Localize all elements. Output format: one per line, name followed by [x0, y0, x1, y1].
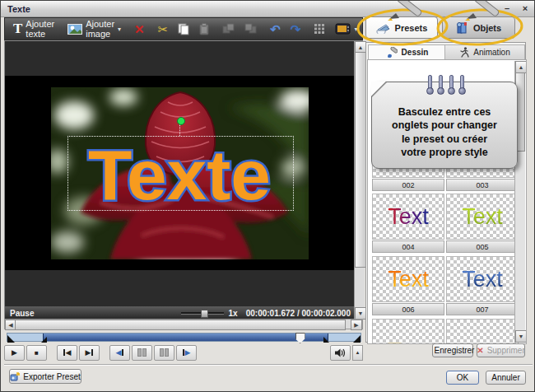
send-backward-icon — [244, 23, 257, 35]
cancel-button[interactable]: Annuler — [486, 371, 526, 385]
delete-object-button[interactable]: ✕ — [131, 20, 148, 38]
image-icon — [67, 24, 82, 35]
goto-trim-end-button[interactable]: ▶ — [176, 345, 197, 361]
tab-presets[interactable]: Presets — [365, 16, 438, 39]
display-mode-dropdown-icon[interactable]: ▾ — [354, 26, 357, 33]
add-image-dropdown-icon[interactable]: ▾ — [118, 26, 121, 33]
stop-button[interactable]: ■ — [26, 345, 47, 361]
undo-icon: ↶ — [270, 23, 281, 35]
monitor-icon — [335, 23, 351, 35]
preset-scroll-down-button[interactable]: ▼ — [515, 330, 527, 343]
title-bar[interactable]: Texte – × — [1, 1, 535, 17]
preview-area: Texte Pause 1x 00:00:01.672 / 00:00:02.0… — [4, 40, 363, 319]
ok-button[interactable]: OK — [446, 371, 479, 385]
preset-number: 002 — [372, 179, 444, 191]
undo-button[interactable]: ↶ — [267, 20, 284, 38]
redo-button[interactable]: ↷ — [287, 20, 305, 38]
bring-forward-icon — [222, 23, 235, 35]
ok-label: OK — [457, 373, 468, 382]
tab-animation[interactable]: Animation — [444, 44, 525, 60]
paste-button[interactable] — [196, 20, 212, 38]
spiral-pins — [426, 75, 464, 95]
rotate-handle[interactable] — [177, 117, 185, 125]
add-text-label: Ajouter texte — [26, 19, 54, 39]
tab-presets-label: Presets — [395, 23, 428, 33]
bring-forward-button[interactable] — [219, 20, 238, 38]
volume-button[interactable] — [330, 345, 351, 361]
preset-item[interactable]: Text 005 — [446, 194, 517, 253]
trim-start-marker[interactable] — [41, 337, 47, 343]
scroll-right-button[interactable]: ▶ — [351, 320, 362, 330]
footer-divider — [4, 364, 533, 366]
preview-text-object[interactable]: Texte — [67, 132, 292, 214]
play-button[interactable]: ▶ — [4, 345, 25, 361]
preset-item[interactable]: Text — [446, 319, 517, 344]
trim-end-marker[interactable] — [323, 337, 329, 343]
running-man-icon — [459, 47, 469, 58]
timeline-left-end-marker — [7, 335, 15, 343]
preview-hscrollbar[interactable]: ◀ ▶ — [4, 319, 363, 329]
export-icon — [10, 371, 20, 381]
preset-list[interactable]: Text 002 Text 003 Text 004 Text 005 Text… — [367, 59, 527, 344]
volume-expand-button[interactable]: ▲ — [352, 345, 363, 361]
toolbar: T Ajouter texte Ajouter image ▾ ✕ ✂ — [4, 17, 363, 40]
tab-objets[interactable]: Objets — [442, 16, 515, 39]
grid-toggle-button[interactable] — [310, 20, 328, 38]
tab-animation-label: Animation — [473, 48, 509, 57]
speed-slider-thumb[interactable] — [201, 310, 208, 318]
preset-item[interactable]: Text 007 — [446, 256, 517, 315]
previous-frame-button[interactable]: ◀ — [57, 345, 77, 361]
preview-margin-bottom — [5, 270, 354, 306]
copy-button[interactable] — [174, 20, 193, 38]
preset-scroll-up-button[interactable]: ▲ — [515, 61, 527, 73]
preview-viewport[interactable]: Texte Pause 1x 00:00:01.672 / 00:00:02.0… — [5, 41, 354, 320]
preview-vscrollbar[interactable]: ▲ ▼ — [354, 41, 365, 320]
vscrollbar-thumb[interactable] — [355, 52, 366, 268]
set-trim-end-button[interactable] — [154, 345, 174, 361]
display-mode-button[interactable]: ▾ — [332, 20, 361, 38]
add-image-label: Ajouter image — [86, 19, 114, 39]
delete-preset-button[interactable]: ✕ Supprimer — [477, 343, 525, 357]
hscrollbar-thumb[interactable] — [15, 320, 346, 330]
preset-number: 007 — [446, 303, 519, 315]
tab-dessin[interactable]: Dessin — [368, 44, 446, 60]
goto-trim-start-button[interactable]: ◀ — [109, 345, 130, 361]
save-preset-button[interactable]: Enregistrer — [432, 343, 473, 357]
close-button[interactable]: × — [519, 2, 531, 15]
preset-item[interactable]: Text 006 — [372, 256, 443, 315]
speed-label: 1x — [229, 309, 238, 318]
export-preset-button[interactable]: Exporter Preset — [9, 369, 81, 384]
preset-number: 006 — [372, 303, 444, 315]
next-frame-button[interactable]: ▶ — [79, 345, 100, 361]
cut-button[interactable]: ✂ — [155, 20, 172, 38]
tooltip-note: Basculez entre ces onglets pour changer … — [371, 82, 518, 169]
time-display: 00:00:01.672 / 00:00:02.000 — [246, 309, 354, 318]
redo-icon: ↷ — [291, 23, 301, 35]
send-backward-button[interactable] — [241, 20, 260, 38]
playhead-cursor[interactable] — [295, 333, 305, 343]
tab-dessin-label: Dessin — [402, 48, 429, 57]
add-image-button[interactable]: Ajouter image ▾ — [64, 20, 124, 38]
preview-text: Texte — [88, 135, 271, 214]
preset-item[interactable]: Text — [372, 319, 443, 344]
add-text-button[interactable]: T Ajouter texte — [10, 20, 58, 38]
texte-dialog: Texte – × T Ajouter texte Ajouter image … — [0, 0, 535, 392]
speed-slider[interactable] — [181, 310, 224, 316]
set-trim-start-button[interactable] — [132, 345, 152, 361]
cancel-label: Annuler — [491, 373, 519, 382]
dialog-title: Texte — [1, 4, 30, 14]
timeline-track[interactable] — [7, 333, 361, 342]
timeline[interactable] — [4, 330, 363, 343]
preview-margin-top — [5, 41, 354, 76]
presets-stack-icon — [376, 22, 391, 34]
minimize-button[interactable]: – — [501, 2, 513, 15]
preset-number: 004 — [372, 240, 444, 253]
timeline-selected-range[interactable] — [43, 334, 328, 341]
brush-icon — [386, 47, 398, 58]
copy-icon — [178, 23, 189, 35]
objects-icon — [456, 21, 469, 34]
delete-preset-icon: ✕ — [477, 346, 483, 355]
preset-item[interactable]: Text 004 — [372, 194, 443, 253]
tooltip-text: Basculez entre ces onglets pour changer … — [372, 105, 517, 159]
scroll-down-button[interactable]: ▼ — [355, 307, 366, 320]
